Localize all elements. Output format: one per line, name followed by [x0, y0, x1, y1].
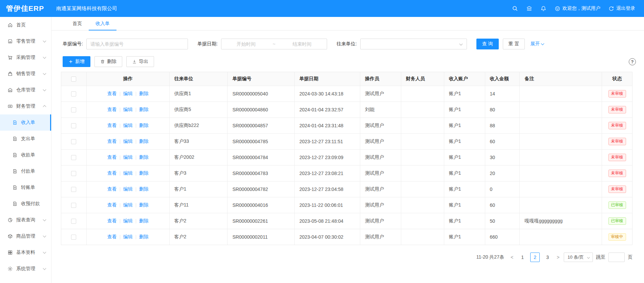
edit-link[interactable]: 编辑: [123, 202, 133, 208]
row-checkbox[interactable]: [71, 187, 76, 192]
cell-account: 账户1: [444, 229, 485, 245]
delete-link[interactable]: 删除: [139, 154, 149, 160]
sidebar-item-sales[interactable]: 销售管理: [0, 66, 51, 82]
sidebar-item-goods[interactable]: 商品管理: [0, 228, 51, 244]
sidebar-item-home[interactable]: 首页: [0, 17, 51, 33]
divider: [120, 203, 120, 208]
user-welcome[interactable]: 欢迎您，测试用户: [555, 5, 600, 12]
add-button[interactable]: 新增: [63, 56, 90, 67]
delete-link[interactable]: 删除: [139, 107, 149, 113]
delete-link[interactable]: 删除: [139, 202, 149, 208]
sidebar-item-receipt-doc[interactable]: 收款单: [0, 147, 51, 163]
logout-button[interactable]: 退出登录: [608, 5, 635, 12]
sidebar-item-expense-doc[interactable]: 支出单: [0, 131, 51, 147]
row-checkbox[interactable]: [71, 235, 76, 240]
view-link[interactable]: 查看: [107, 123, 117, 129]
edit-link[interactable]: 编辑: [123, 91, 133, 97]
sidebar-item-retail[interactable]: 零售管理: [0, 33, 51, 49]
sidebar-item-basic-data[interactable]: 基本资料: [0, 244, 51, 261]
row-checkbox[interactable]: [71, 107, 76, 112]
view-link[interactable]: 查看: [107, 107, 117, 113]
doc-no-input[interactable]: [86, 39, 188, 49]
sidebar-item-finance[interactable]: 财务管理: [0, 98, 51, 114]
prev-page-icon[interactable]: <: [509, 255, 515, 260]
view-link[interactable]: 查看: [107, 234, 117, 240]
cell-amount: 60: [485, 197, 520, 213]
row-checkbox[interactable]: [71, 171, 76, 176]
cell-operator: 测试用户: [360, 197, 401, 213]
row-checkbox[interactable]: [71, 155, 76, 160]
sidebar-item-payment-doc[interactable]: 付款单: [0, 163, 51, 179]
view-link[interactable]: 查看: [107, 138, 117, 145]
search-icon[interactable]: [512, 5, 518, 12]
sidebar-item-system[interactable]: 系统管理: [0, 261, 51, 277]
sidebar-item-purchase[interactable]: 采购管理: [0, 49, 51, 66]
sidebar-item-prepaid-doc[interactable]: 收预付款: [0, 196, 51, 212]
status-badge: 未审核: [608, 186, 626, 193]
row-checkbox[interactable]: [71, 123, 76, 128]
delete-link[interactable]: 删除: [139, 91, 149, 97]
tab-income-doc[interactable]: 收入单: [89, 17, 116, 30]
date-start-input[interactable]: [224, 41, 268, 47]
divider: [136, 155, 136, 160]
delete-link[interactable]: 删除: [139, 186, 149, 192]
document-icon: [12, 136, 18, 142]
col-status: 状态: [602, 72, 632, 86]
edit-link[interactable]: 编辑: [123, 154, 133, 160]
divider: [120, 155, 120, 160]
next-page-icon[interactable]: >: [555, 255, 561, 260]
edit-link[interactable]: 编辑: [123, 123, 133, 129]
edit-link[interactable]: 编辑: [123, 218, 133, 224]
edit-link[interactable]: 编辑: [123, 234, 133, 240]
delete-button[interactable]: 删除: [94, 56, 122, 67]
sidebar-item-income-doc[interactable]: 收入单: [0, 114, 51, 131]
date-range-picker[interactable]: ~: [221, 39, 327, 49]
page-button-1[interactable]: 1: [518, 253, 527, 262]
row-checkbox[interactable]: [71, 91, 76, 96]
bank-icon[interactable]: [526, 5, 532, 12]
row-checkbox[interactable]: [71, 203, 76, 208]
edit-link[interactable]: 编辑: [123, 170, 133, 176]
row-checkbox[interactable]: [71, 219, 76, 224]
sidebar-item-reports[interactable]: 报表查询: [0, 212, 51, 228]
grid-icon: [7, 250, 13, 255]
row-actions: 查看 编辑 删除: [87, 134, 170, 149]
cell-partner: 供应商1: [170, 86, 228, 102]
edit-link[interactable]: 编辑: [123, 138, 133, 145]
view-link[interactable]: 查看: [107, 218, 117, 224]
select-all-checkbox[interactable]: [71, 77, 76, 82]
edit-link[interactable]: 编辑: [123, 186, 133, 192]
jump-page-input[interactable]: [608, 253, 625, 262]
expand-link[interactable]: 展开: [530, 41, 544, 47]
document-icon: [12, 120, 18, 125]
delete-link[interactable]: 删除: [139, 123, 149, 129]
view-link[interactable]: 查看: [107, 202, 117, 208]
sidebar-item-transfer-doc[interactable]: 转账单: [0, 179, 51, 196]
partner-select[interactable]: [360, 39, 467, 49]
cell-account: 账户1: [444, 134, 485, 149]
row-checkbox[interactable]: [71, 139, 76, 144]
delete-link[interactable]: 删除: [139, 234, 149, 240]
view-link[interactable]: 查看: [107, 91, 117, 97]
view-link[interactable]: 查看: [107, 186, 117, 192]
sidebar-item-warehouse[interactable]: 仓库管理: [0, 82, 51, 98]
export-button[interactable]: 导出: [126, 56, 154, 67]
page-button-3[interactable]: 3: [543, 253, 552, 262]
reset-button[interactable]: 重 置: [503, 39, 525, 49]
help-icon[interactable]: ?: [629, 58, 636, 65]
delete-link[interactable]: 删除: [139, 218, 149, 224]
bell-icon[interactable]: [540, 5, 546, 12]
row-actions: 查看 编辑 删除: [87, 229, 170, 245]
page-button-2-current[interactable]: 2: [530, 253, 540, 262]
delete-link[interactable]: 删除: [139, 170, 149, 176]
cell-date: 2023-05-08 21:48:04: [295, 213, 360, 229]
delete-link[interactable]: 删除: [139, 138, 149, 145]
edit-link[interactable]: 编辑: [123, 107, 133, 113]
view-link[interactable]: 查看: [107, 154, 117, 160]
view-link[interactable]: 查看: [107, 170, 117, 176]
page-size-select[interactable]: 10 条/页: [564, 253, 593, 262]
sidebar-item-label: 仓库管理: [16, 87, 35, 93]
tab-home[interactable]: 首页: [66, 17, 89, 30]
date-end-input[interactable]: [280, 41, 324, 47]
search-button[interactable]: 查 询: [476, 39, 499, 49]
